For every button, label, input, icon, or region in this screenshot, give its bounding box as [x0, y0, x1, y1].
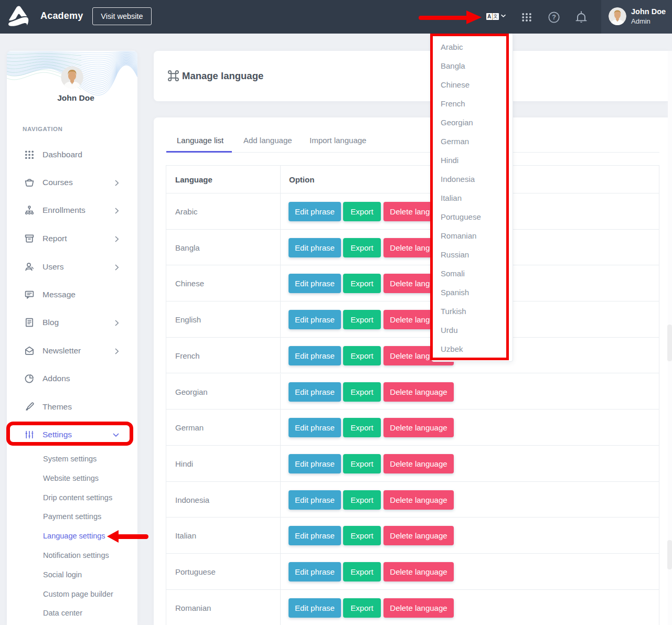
- svg-text:?: ?: [552, 14, 556, 21]
